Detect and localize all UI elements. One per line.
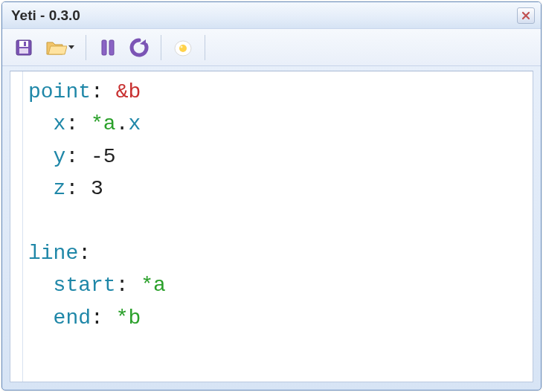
close-icon [521,11,530,20]
token-key: line [28,242,78,265]
close-button[interactable] [517,7,535,24]
svg-rect-4 [102,40,106,55]
egg-icon [173,37,193,58]
toolbar [2,29,541,66]
pause-icon [99,38,117,57]
token-anchor: &b [116,80,141,103]
token-number: -5 [91,145,116,168]
editor-gutter [22,71,23,382]
chevron-down-icon [68,45,74,49]
app-window: Yeti - 0.3.0 [1,1,542,391]
svg-point-7 [179,45,187,52]
code-editor[interactable]: point: &b x: *a.x y: -5 z: 3 line: start… [10,71,533,334]
save-icon [13,37,34,58]
pause-button[interactable] [94,33,122,62]
token-ref: *a [141,274,166,297]
token-key: start [54,274,116,297]
toolbar-separator [86,35,86,60]
token-ref: *b [116,306,141,330]
open-button[interactable] [41,33,78,62]
egg-button[interactable] [169,33,197,62]
svg-rect-5 [109,40,114,55]
svg-rect-2 [24,42,26,46]
token-key: x [54,112,66,135]
save-button[interactable] [10,33,38,62]
editor-pane[interactable]: point: &b x: *a.x y: -5 z: 3 line: start… [10,71,533,382]
reload-icon [128,36,150,59]
toolbar-separator [161,35,161,60]
reload-button[interactable] [125,33,153,62]
token-ref: *a [91,112,116,135]
token-key: z [54,177,66,200]
svg-rect-3 [19,48,28,54]
token-key: y [54,145,66,168]
toolbar-separator [205,35,205,60]
token-key: end [54,306,91,330]
svg-point-8 [181,45,183,48]
token-number: 3 [91,177,103,200]
window-title: Yeti - 0.3.0 [11,7,517,24]
titlebar: Yeti - 0.3.0 [2,2,541,29]
token-key: point [28,80,91,103]
token-colon: : [91,80,103,103]
open-folder-icon [45,38,67,57]
